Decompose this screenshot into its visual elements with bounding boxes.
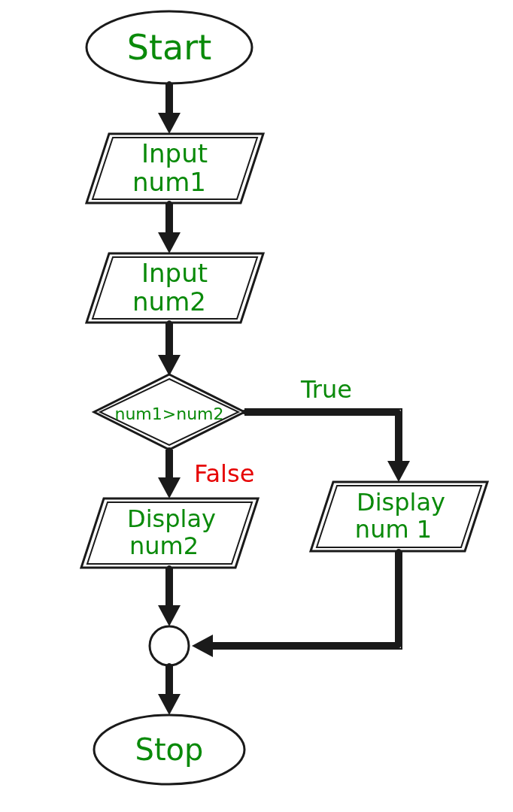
display-false-label-1: Display: [127, 504, 216, 533]
decision-label: num1>num2: [114, 404, 223, 423]
true-label: True: [300, 375, 352, 404]
display-false-node: Display num2: [81, 498, 258, 568]
svg-marker-4: [158, 113, 181, 134]
edge-false: False: [158, 450, 254, 498]
svg-marker-10: [158, 232, 181, 253]
svg-marker-16: [158, 355, 181, 376]
svg-marker-31: [158, 605, 181, 626]
input2-label-1: Input: [141, 258, 208, 288]
input1-node: Input num1: [87, 134, 263, 203]
input1-label-1: Input: [141, 138, 208, 168]
edge-start-input1: [158, 83, 181, 134]
stop-label: Stop: [135, 732, 204, 767]
edge-input1-input2: [158, 203, 181, 253]
display-true-label-2: num 1: [355, 515, 432, 544]
display-true-node: Display num 1: [311, 482, 487, 551]
stop-node: Stop: [94, 715, 244, 784]
false-label: False: [194, 459, 254, 488]
start-label: Start: [127, 27, 211, 68]
display-true-label-1: Display: [357, 488, 445, 517]
edge-false-merge: [158, 568, 181, 626]
display-false-label-2: num2: [129, 532, 199, 560]
merge-node: [150, 626, 189, 665]
decision-node: num1>num2: [94, 374, 244, 450]
start-node: Start: [87, 11, 252, 83]
svg-marker-32: [192, 635, 213, 657]
input2-node: Input num2: [87, 253, 263, 323]
svg-point-33: [150, 626, 189, 665]
edge-merge-stop: [158, 665, 181, 715]
svg-marker-23: [158, 477, 181, 498]
svg-marker-19: [387, 461, 410, 482]
edge-input2-decision: [158, 323, 181, 376]
input1-label-2: num1: [132, 167, 206, 197]
svg-marker-37: [158, 694, 181, 715]
edge-true: True: [244, 375, 410, 482]
input2-label-2: num2: [132, 286, 206, 317]
